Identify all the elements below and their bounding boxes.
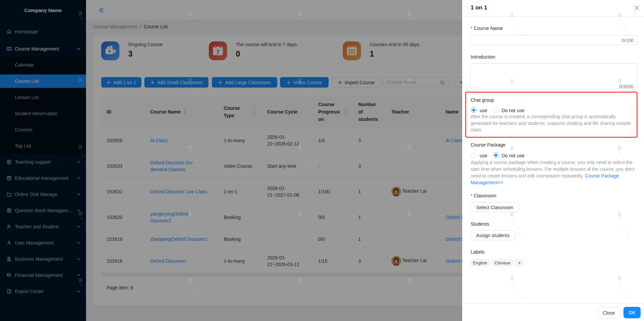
svg-text:6100: 6100 (618, 150, 633, 172)
svg-text:6100: 6100 (510, 17, 525, 38)
svg-text:6100: 6100 (618, 17, 633, 38)
svg-text:6100: 6100 (618, 217, 633, 238)
svg-text:6100: 6100 (510, 217, 525, 238)
svg-text:6100: 6100 (618, 83, 633, 105)
svg-text:6100: 6100 (618, 280, 633, 302)
svg-text:6100: 6100 (510, 150, 525, 172)
svg-text:6100: 6100 (510, 83, 525, 105)
svg-text:6100: 6100 (510, 280, 525, 302)
